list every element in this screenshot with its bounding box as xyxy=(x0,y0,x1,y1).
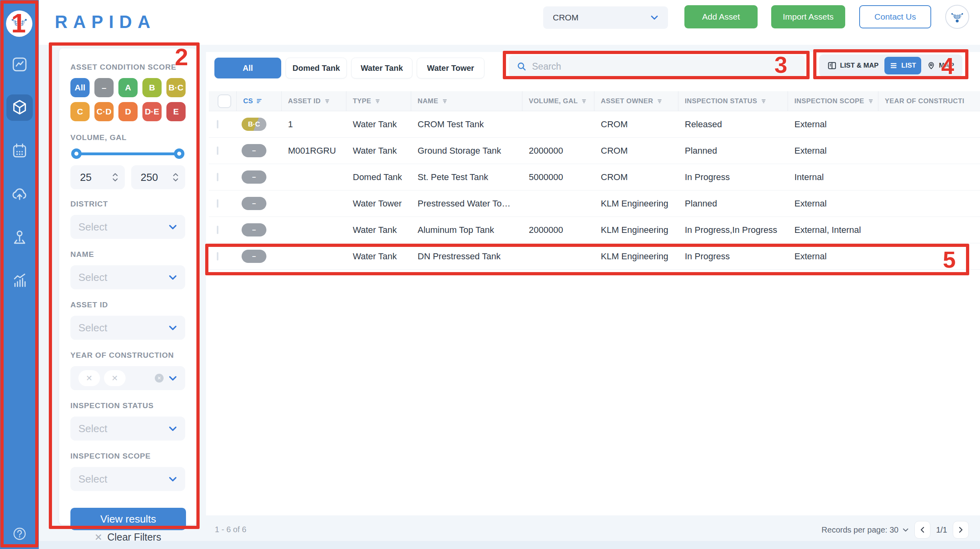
records-per-page[interactable]: Records per page: 30 xyxy=(822,525,909,535)
search-input[interactable] xyxy=(532,61,797,72)
sort-icon[interactable] xyxy=(581,98,587,104)
column-header-inspection-status[interactable]: INSPECTION STATUS xyxy=(678,91,788,111)
view-mode-list-map[interactable]: LIST & MAP xyxy=(822,57,884,74)
chevron-down-icon xyxy=(168,224,177,230)
inspection-status-select[interactable]: Select xyxy=(70,417,185,441)
row-checkbox[interactable] xyxy=(217,173,218,181)
table-row[interactable]: – Water Tower Prestressed Water To… KLM … xyxy=(209,190,980,217)
score-button-bc[interactable]: B·C xyxy=(166,78,186,97)
stepper-icon[interactable] xyxy=(172,172,179,182)
inspection-scope-label: INSPECTION SCOPE xyxy=(70,452,185,461)
tab-water-tower[interactable]: Water Tower xyxy=(417,58,484,78)
view-mode-list[interactable]: LIST xyxy=(884,57,921,74)
score-button-a[interactable]: A xyxy=(118,78,138,97)
cell-scope: External xyxy=(788,119,878,130)
column-header-asset-owner[interactable]: ASSET OWNER xyxy=(594,91,678,111)
column-header-volume[interactable]: VOLUME, GAL xyxy=(522,91,594,111)
sidebar-item-assets[interactable] xyxy=(6,94,33,121)
score-button-b[interactable]: B xyxy=(142,78,162,97)
table-row-highlighted[interactable]: – Water Tank DN Prestressed Tank KLM Eng… xyxy=(209,243,980,270)
help-button[interactable] xyxy=(0,526,39,542)
sort-icon[interactable] xyxy=(324,98,330,104)
score-button-d[interactable]: D xyxy=(118,102,138,121)
column-header-type[interactable]: TYPE xyxy=(346,91,411,111)
contact-us-button[interactable]: Contact Us xyxy=(859,5,931,28)
type-tabs: All Domed Tank Water Tank Water Tower xyxy=(214,58,484,78)
row-checkbox[interactable] xyxy=(217,120,218,128)
table-row[interactable]: – M001RGRU Water Tank Ground Storage Tan… xyxy=(209,138,980,164)
view-mode-map[interactable]: MAP xyxy=(922,57,959,74)
table-row[interactable]: – Domed Tank St. Pete Test Tank 5000000 … xyxy=(209,164,980,190)
select-all-checkbox[interactable] xyxy=(218,94,231,108)
score-button-cd[interactable]: C·D xyxy=(94,102,114,121)
question-circle-icon xyxy=(12,526,28,542)
sort-icon[interactable] xyxy=(375,98,381,104)
slider-handle-max[interactable] xyxy=(174,148,184,159)
column-header-year-of-construction[interactable]: YEAR OF CONSTRUCTION xyxy=(878,91,964,111)
next-page-button[interactable] xyxy=(953,521,969,539)
slider-handle-min[interactable] xyxy=(71,148,82,159)
tab-water-tank[interactable]: Water Tank xyxy=(351,58,412,78)
column-header-asset-id[interactable]: ASSET ID xyxy=(282,91,346,111)
volume-min-input[interactable] xyxy=(80,171,108,184)
name-select[interactable]: Select xyxy=(70,265,185,289)
line-chart-icon xyxy=(11,56,28,73)
sort-icon[interactable] xyxy=(761,98,767,104)
tab-domed-tank[interactable]: Domed Tank xyxy=(286,58,347,78)
sort-icon[interactable] xyxy=(868,98,874,104)
year-of-construction-select[interactable]: ✕ ✕ ✕ xyxy=(70,366,185,390)
chevron-left-icon xyxy=(920,527,925,533)
prev-page-button[interactable] xyxy=(914,521,930,539)
sidebar-item-analytics[interactable] xyxy=(6,51,33,78)
sort-icon[interactable] xyxy=(657,98,663,104)
score-button-de[interactable]: D·E xyxy=(142,102,162,121)
sidebar-item-upload[interactable] xyxy=(6,181,33,207)
column-header-inspection-scope[interactable]: INSPECTION SCOPE xyxy=(788,91,878,111)
asset-id-select[interactable]: Select xyxy=(70,316,185,340)
year-chip-remove[interactable]: ✕ xyxy=(104,370,126,386)
cell-owner: CROM xyxy=(594,172,678,182)
score-button-e[interactable]: E xyxy=(166,102,186,121)
stepper-icon[interactable] xyxy=(112,172,118,182)
cs-badge: – xyxy=(242,170,266,184)
sidebar-item-reports[interactable] xyxy=(6,267,33,294)
sort-icon[interactable] xyxy=(256,98,262,104)
table-row[interactable]: B·C 1 Water Tank CROM Test Tank CROM Rel… xyxy=(209,111,980,138)
cell-volume: 5000000 xyxy=(522,172,594,182)
app-screen: RAPIDA CROM Add Asset Import Assets Cont… xyxy=(0,0,980,549)
district-select[interactable]: Select xyxy=(70,215,185,239)
sort-icon[interactable] xyxy=(442,98,448,104)
clear-filters-button[interactable]: ✕ Clear Filters xyxy=(59,531,197,543)
volume-max-input[interactable] xyxy=(141,171,169,184)
sidebar-item-calendar[interactable] xyxy=(6,138,33,164)
score-button-c[interactable]: C xyxy=(70,102,90,121)
cell-owner: KLM Engineering xyxy=(594,198,678,209)
column-header-cs[interactable]: CS xyxy=(237,91,282,111)
year-chip-remove[interactable]: ✕ xyxy=(78,370,100,386)
cell-scope: External, Internal xyxy=(788,225,878,235)
view-results-button[interactable]: View results xyxy=(70,508,186,530)
inspection-scope-select[interactable]: Select xyxy=(70,467,185,491)
clear-selection-icon[interactable]: ✕ xyxy=(155,374,164,383)
clear-filters-label: Clear Filters xyxy=(107,531,161,543)
row-checkbox[interactable] xyxy=(217,226,218,234)
assets-table: CS ASSET ID TYPE NAME VOLUME, GAL ASSET … xyxy=(209,91,980,270)
table-row[interactable]: – Water Tank Aluminum Top Tank 2000000 K… xyxy=(209,217,980,243)
row-checkbox[interactable] xyxy=(217,199,218,208)
user-avatar[interactable] xyxy=(945,5,969,29)
import-assets-button[interactable]: Import Assets xyxy=(771,5,845,28)
tab-all[interactable]: All xyxy=(214,58,281,78)
org-select[interactable]: CROM xyxy=(543,6,668,29)
volume-slider[interactable] xyxy=(71,148,184,159)
cell-volume: 2000000 xyxy=(522,146,594,156)
add-asset-button[interactable]: Add Asset xyxy=(684,5,758,28)
row-checkbox[interactable] xyxy=(217,146,218,155)
score-button-all[interactable]: All xyxy=(70,78,90,97)
sidebar-logo[interactable] xyxy=(6,10,32,37)
score-button-none[interactable]: – xyxy=(94,78,114,97)
sidebar-item-markers[interactable] xyxy=(6,224,33,250)
cell-status: In Progress,In Progress xyxy=(678,225,788,235)
column-header-name[interactable]: NAME xyxy=(411,91,522,111)
row-checkbox[interactable] xyxy=(217,252,218,260)
cell-scope: Internal xyxy=(788,172,878,182)
